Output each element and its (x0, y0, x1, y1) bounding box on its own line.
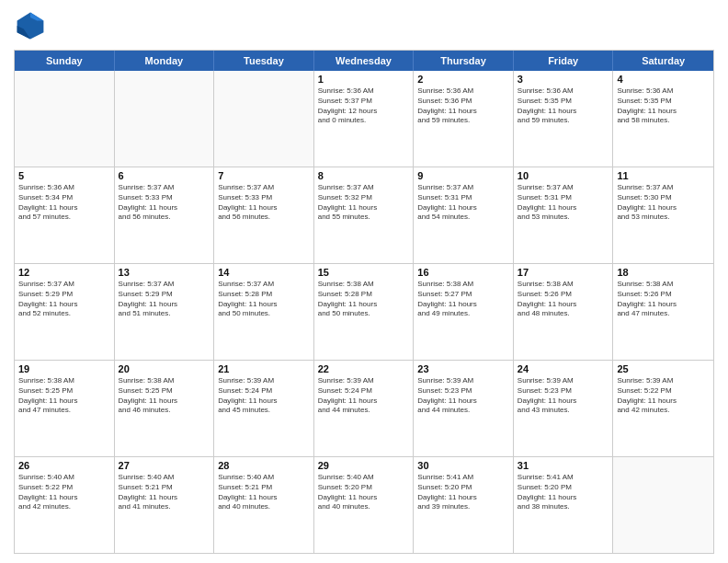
day-number: 15 (318, 267, 410, 278)
calendar-row: 12Sunrise: 5:37 AM Sunset: 5:29 PM Dayli… (15, 264, 713, 361)
day-number: 14 (218, 267, 310, 278)
weekday-header: Wednesday (314, 51, 415, 71)
weekday-header: Thursday (414, 51, 514, 71)
day-number: 30 (417, 460, 509, 471)
cell-text: Sunrise: 5:40 AM Sunset: 5:20 PM Dayligh… (318, 473, 410, 512)
page: SundayMondayTuesdayWednesdayThursdayFrid… (0, 0, 728, 563)
calendar-cell: 28Sunrise: 5:40 AM Sunset: 5:21 PM Dayli… (214, 457, 314, 553)
calendar-header: SundayMondayTuesdayWednesdayThursdayFrid… (15, 51, 713, 71)
day-number: 16 (417, 267, 509, 278)
calendar-cell: 19Sunrise: 5:38 AM Sunset: 5:25 PM Dayli… (15, 361, 115, 456)
calendar-cell (214, 71, 314, 167)
cell-text: Sunrise: 5:37 AM Sunset: 5:33 PM Dayligh… (119, 183, 210, 223)
calendar-cell: 4Sunrise: 5:36 AM Sunset: 5:35 PM Daylig… (613, 71, 713, 167)
day-number: 22 (318, 363, 410, 374)
day-number: 2 (417, 74, 509, 85)
day-number: 13 (119, 267, 210, 278)
cell-text: Sunrise: 5:36 AM Sunset: 5:34 PM Dayligh… (18, 183, 110, 223)
cell-text: Sunrise: 5:39 AM Sunset: 5:24 PM Dayligh… (318, 376, 410, 416)
day-number: 29 (318, 460, 410, 471)
day-number: 18 (617, 267, 710, 278)
day-number: 3 (518, 74, 609, 85)
calendar-cell: 11Sunrise: 5:37 AM Sunset: 5:30 PM Dayli… (613, 167, 713, 263)
cell-text: Sunrise: 5:36 AM Sunset: 5:35 PM Dayligh… (617, 86, 710, 126)
cell-text: Sunrise: 5:41 AM Sunset: 5:20 PM Dayligh… (417, 473, 509, 512)
cell-text: Sunrise: 5:37 AM Sunset: 5:30 PM Dayligh… (617, 183, 710, 223)
cell-text: Sunrise: 5:37 AM Sunset: 5:32 PM Dayligh… (318, 183, 410, 223)
weekday-header: Friday (514, 51, 614, 71)
cell-text: Sunrise: 5:38 AM Sunset: 5:25 PM Dayligh… (18, 376, 110, 416)
calendar-cell: 29Sunrise: 5:40 AM Sunset: 5:20 PM Dayli… (314, 457, 415, 553)
day-number: 10 (518, 170, 609, 181)
calendar-cell: 27Sunrise: 5:40 AM Sunset: 5:21 PM Dayli… (115, 457, 215, 553)
cell-text: Sunrise: 5:37 AM Sunset: 5:28 PM Dayligh… (218, 280, 310, 319)
day-number: 19 (18, 363, 110, 374)
weekday-header: Tuesday (214, 51, 314, 71)
calendar-cell: 13Sunrise: 5:37 AM Sunset: 5:29 PM Dayli… (115, 264, 215, 360)
calendar-cell: 31Sunrise: 5:41 AM Sunset: 5:20 PM Dayli… (514, 457, 614, 553)
day-number: 27 (119, 460, 210, 471)
cell-text: Sunrise: 5:38 AM Sunset: 5:27 PM Dayligh… (417, 280, 509, 319)
cell-text: Sunrise: 5:37 AM Sunset: 5:29 PM Dayligh… (119, 280, 210, 319)
calendar-cell: 18Sunrise: 5:38 AM Sunset: 5:26 PM Dayli… (613, 264, 713, 360)
logo-icon (14, 9, 47, 42)
cell-text: Sunrise: 5:38 AM Sunset: 5:28 PM Dayligh… (318, 280, 410, 319)
day-number: 7 (218, 170, 310, 181)
cell-text: Sunrise: 5:39 AM Sunset: 5:23 PM Dayligh… (518, 376, 609, 416)
calendar-cell: 15Sunrise: 5:38 AM Sunset: 5:28 PM Dayli… (314, 264, 415, 360)
calendar-cell: 30Sunrise: 5:41 AM Sunset: 5:20 PM Dayli… (414, 457, 514, 553)
calendar-cell: 16Sunrise: 5:38 AM Sunset: 5:27 PM Dayli… (414, 264, 514, 360)
day-number: 31 (518, 460, 609, 471)
calendar-row: 19Sunrise: 5:38 AM Sunset: 5:25 PM Dayli… (15, 361, 713, 457)
calendar-cell: 3Sunrise: 5:36 AM Sunset: 5:35 PM Daylig… (514, 71, 614, 167)
day-number: 25 (617, 363, 710, 374)
cell-text: Sunrise: 5:39 AM Sunset: 5:22 PM Dayligh… (617, 376, 710, 416)
calendar-cell: 26Sunrise: 5:40 AM Sunset: 5:22 PM Dayli… (15, 457, 115, 553)
cell-text: Sunrise: 5:36 AM Sunset: 5:35 PM Dayligh… (518, 86, 609, 126)
cell-text: Sunrise: 5:39 AM Sunset: 5:24 PM Dayligh… (218, 376, 310, 416)
cell-text: Sunrise: 5:40 AM Sunset: 5:21 PM Dayligh… (119, 473, 210, 512)
calendar-cell: 12Sunrise: 5:37 AM Sunset: 5:29 PM Dayli… (15, 264, 115, 360)
calendar-cell: 14Sunrise: 5:37 AM Sunset: 5:28 PM Dayli… (214, 264, 314, 360)
calendar-cell (15, 71, 115, 167)
day-number: 24 (518, 363, 609, 374)
calendar-cell: 22Sunrise: 5:39 AM Sunset: 5:24 PM Dayli… (314, 361, 415, 456)
cell-text: Sunrise: 5:41 AM Sunset: 5:20 PM Dayligh… (518, 473, 609, 512)
cell-text: Sunrise: 5:36 AM Sunset: 5:36 PM Dayligh… (417, 86, 509, 126)
day-number: 17 (518, 267, 609, 278)
day-number: 8 (318, 170, 410, 181)
calendar-cell: 6Sunrise: 5:37 AM Sunset: 5:33 PM Daylig… (115, 167, 215, 263)
weekday-header: Saturday (613, 51, 713, 71)
day-number: 1 (318, 74, 410, 85)
day-number: 26 (18, 460, 110, 471)
calendar-cell: 20Sunrise: 5:38 AM Sunset: 5:25 PM Dayli… (115, 361, 215, 456)
weekday-header: Sunday (15, 51, 115, 71)
calendar-cell: 9Sunrise: 5:37 AM Sunset: 5:31 PM Daylig… (414, 167, 514, 263)
calendar-cell: 10Sunrise: 5:37 AM Sunset: 5:31 PM Dayli… (514, 167, 614, 263)
calendar: SundayMondayTuesdayWednesdayThursdayFrid… (14, 50, 714, 554)
cell-text: Sunrise: 5:37 AM Sunset: 5:31 PM Dayligh… (417, 183, 509, 223)
day-number: 4 (617, 74, 710, 85)
calendar-row: 26Sunrise: 5:40 AM Sunset: 5:22 PM Dayli… (15, 457, 713, 553)
cell-text: Sunrise: 5:38 AM Sunset: 5:26 PM Dayligh… (617, 280, 710, 319)
day-number: 20 (119, 363, 210, 374)
calendar-cell: 2Sunrise: 5:36 AM Sunset: 5:36 PM Daylig… (414, 71, 514, 167)
calendar-cell (115, 71, 215, 167)
cell-text: Sunrise: 5:40 AM Sunset: 5:22 PM Dayligh… (18, 473, 110, 512)
day-number: 11 (617, 170, 710, 181)
calendar-row: 5Sunrise: 5:36 AM Sunset: 5:34 PM Daylig… (15, 167, 713, 264)
day-number: 21 (218, 363, 310, 374)
day-number: 28 (218, 460, 310, 471)
header (14, 9, 714, 42)
day-number: 9 (417, 170, 509, 181)
calendar-body: 1Sunrise: 5:36 AM Sunset: 5:37 PM Daylig… (15, 71, 713, 553)
calendar-row: 1Sunrise: 5:36 AM Sunset: 5:37 PM Daylig… (15, 71, 713, 167)
logo (14, 9, 51, 42)
cell-text: Sunrise: 5:36 AM Sunset: 5:37 PM Dayligh… (318, 86, 410, 126)
calendar-cell: 1Sunrise: 5:36 AM Sunset: 5:37 PM Daylig… (314, 71, 415, 167)
cell-text: Sunrise: 5:39 AM Sunset: 5:23 PM Dayligh… (417, 376, 509, 416)
day-number: 12 (18, 267, 110, 278)
calendar-cell: 25Sunrise: 5:39 AM Sunset: 5:22 PM Dayli… (613, 361, 713, 456)
cell-text: Sunrise: 5:37 AM Sunset: 5:33 PM Dayligh… (218, 183, 310, 223)
calendar-cell: 17Sunrise: 5:38 AM Sunset: 5:26 PM Dayli… (514, 264, 614, 360)
